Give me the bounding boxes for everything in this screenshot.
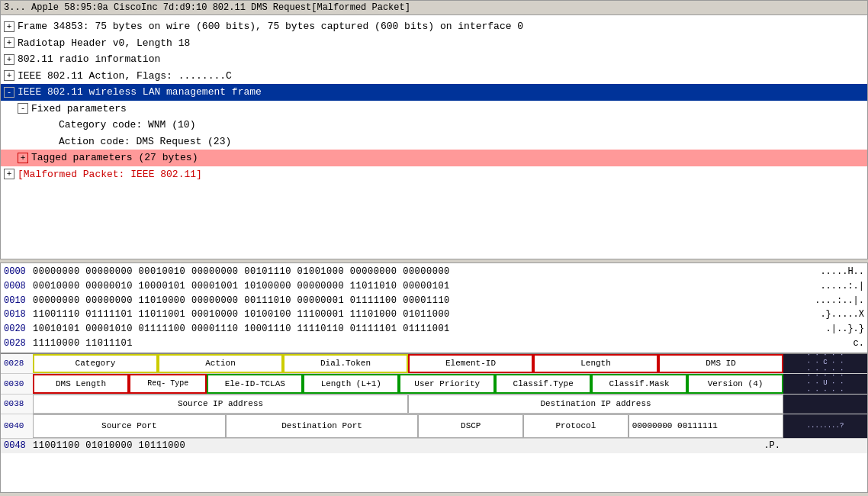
dot-pattern-3: ........? <box>807 422 844 430</box>
field-classif-type: Classif.Type <box>495 374 591 394</box>
radiotap-label: Radiotap Header v0, Length 18 <box>18 36 190 51</box>
action-code-label: Action code: DMS Request (23) <box>59 134 231 150</box>
tree-row-ieee-mgmt[interactable]: - IEEE 802.11 wireless LAN management fr… <box>1 84 867 101</box>
packet-tree-panel: 3... Apple 58:95:0a CiscoInc 7d:d9:10 80… <box>0 0 868 259</box>
field-dms-id: DMS ID <box>658 354 783 373</box>
hex-row-0018: 0018 11001110 01111101 11011001 00010000… <box>1 308 867 322</box>
tree-row-radio[interactable]: + 802.11 radio information <box>1 51 867 68</box>
field-length-l1: Length (L+1) <box>303 374 399 394</box>
expand-malformed[interactable]: + <box>4 169 14 179</box>
field-dial-token: Dial.Token <box>283 354 408 373</box>
field-hex-tail: 00000000 00111111 <box>628 414 783 438</box>
radio-label: 802.11 radio information <box>18 52 160 67</box>
field-element-id: Element-ID <box>408 354 533 373</box>
packet-summary: 3... Apple 58:95:0a CiscoInc 7d:d9:10 80… <box>4 2 410 13</box>
expand-radiotap[interactable]: + <box>4 37 14 48</box>
field-ele-id-tclas-label: Ele-ID-TCLAS <box>225 379 285 388</box>
tree-row-malformed[interactable]: + [Malformed Packet: IEEE 802.11] <box>1 166 867 183</box>
field-classif-mask-label: Classif.Mask <box>609 379 669 388</box>
field-dial-token-label: Dial.Token <box>320 359 371 368</box>
ieee-mgmt-label: IEEE 802.11 wireless LAN management fram… <box>18 85 262 100</box>
field-src-ip-label: Source IP address <box>178 399 263 408</box>
field-length-1-label: Length <box>580 359 611 368</box>
expand-fixed-params[interactable]: - <box>18 103 28 114</box>
field-length-l1-label: Length (L+1) <box>321 379 381 388</box>
field-dst-port: Destination Port <box>226 414 419 438</box>
field-user-priority: User Priority <box>399 374 495 394</box>
tree-area: + Frame 34853: 75 bytes on wire (600 bit… <box>1 15 867 185</box>
field-length-1: Length <box>533 354 658 373</box>
hex-row-0008: 0008 00010000 00000010 10000101 00001001… <box>1 279 867 294</box>
expand-ieee-mgmt[interactable]: - <box>4 87 14 98</box>
field-dscp-label: DSCP <box>461 421 481 430</box>
expand-tagged[interactable]: + <box>18 153 28 163</box>
field-src-ip: Source IP address <box>33 395 408 414</box>
ieee-action-label: IEEE 802.11 Action, Flags: ........C <box>18 69 232 84</box>
hex-row-0028: 0028 11110000 11011101 c. <box>1 337 867 351</box>
field-action-label: Action <box>205 359 236 368</box>
field-req-type: Req- Type <box>129 374 207 394</box>
field-ele-id-tclas: Ele-ID-TCLAS <box>207 374 303 394</box>
tagged-label: Tagged parameters (27 bytes) <box>31 150 198 166</box>
hex-row-0020: 0020 10010101 00001010 01111100 00001110… <box>1 322 867 337</box>
malformed-label: [Malformed Packet: IEEE 802.11] <box>18 167 202 182</box>
field-src-port-label: Source Port <box>101 421 157 430</box>
hex-row-0048: 0048 11001100 01010000 10111000 .P. <box>1 439 867 453</box>
field-action: Action <box>158 354 283 373</box>
field-dms-id-label: DMS ID <box>706 359 736 368</box>
hex-row-0010: 0010 00000000 00000000 11010000 00000000… <box>1 294 867 308</box>
fixed-params-label: Fixed parameters <box>31 101 127 117</box>
fields-row-1: 0028 Category Action Dial.Token Element-… <box>1 354 867 374</box>
frame-label: Frame 34853: 75 bytes on wire (600 bits)… <box>18 19 523 34</box>
tree-row-tagged[interactable]: + Tagged parameters (27 bytes) <box>1 150 867 166</box>
tree-row-ieee-action[interactable]: + IEEE 802.11 Action, Flags: ........C <box>1 68 867 85</box>
field-dscp: DSCP <box>418 414 523 438</box>
dot-pattern-2: · · · · ·· · U · ·· · · · · <box>807 372 844 395</box>
category-label: Category code: WNM (10) <box>59 118 195 133</box>
field-classif-type-label: Classif.Type <box>513 379 574 388</box>
field-dst-ip: Destination IP address <box>408 395 783 414</box>
field-dst-ip-label: Destination IP address <box>540 399 651 408</box>
field-user-priority-label: User Priority <box>414 379 480 388</box>
packet-list-row[interactable]: 3... Apple 58:95:0a CiscoInc 7d:d9:10 80… <box>1 1 867 15</box>
field-dst-port-label: Destination Port <box>281 421 362 430</box>
expand-ieee-action[interactable]: + <box>4 70 14 81</box>
tree-row-radiotap[interactable]: + Radiotap Header v0, Length 18 <box>1 35 867 52</box>
field-version-4-label: Version (4) <box>708 379 764 388</box>
hex-row-0000: 0000 00000000 00000000 00010010 00000000… <box>1 265 867 279</box>
fields-row-4: 0040 Source Port Destination Port DSCP P… <box>1 414 867 439</box>
tree-row-category[interactable]: Category code: WNM (10) <box>1 117 867 134</box>
field-version-4: Version (4) <box>687 374 783 394</box>
field-classif-mask: Classif.Mask <box>591 374 687 394</box>
tree-row-fixed-params[interactable]: - Fixed parameters <box>1 101 867 118</box>
field-category-label: Category <box>76 359 116 368</box>
field-req-type-label: Req- Type <box>147 379 188 388</box>
fields-row-2: 0030 DMS Length Req- Type Ele-ID-TCLAS L… <box>1 374 867 395</box>
fields-row-3: 0038 Source IP address Destination IP ad… <box>1 395 867 414</box>
field-protocol-label: Protocol <box>555 421 596 430</box>
field-protocol: Protocol <box>523 414 628 438</box>
tree-row-action-code[interactable]: Action code: DMS Request (23) <box>1 134 867 150</box>
field-category: Category <box>33 354 158 373</box>
expand-frame[interactable]: + <box>4 21 14 32</box>
expand-radio[interactable]: + <box>4 54 14 65</box>
hex-panel: 0000 00000000 00000000 00010010 00000000… <box>0 262 868 493</box>
field-dms-length: DMS Length <box>33 374 129 394</box>
field-dms-length-label: DMS Length <box>56 379 106 388</box>
field-element-id-label: Element-ID <box>445 359 496 368</box>
tree-row-frame[interactable]: + Frame 34853: 75 bytes on wire (600 bit… <box>1 18 867 35</box>
field-src-port: Source Port <box>33 414 226 438</box>
decoded-fields: 0028 Category Action Dial.Token Element-… <box>1 353 867 453</box>
hex-section: 0000 00000000 00000000 00010010 00000000… <box>1 263 867 353</box>
